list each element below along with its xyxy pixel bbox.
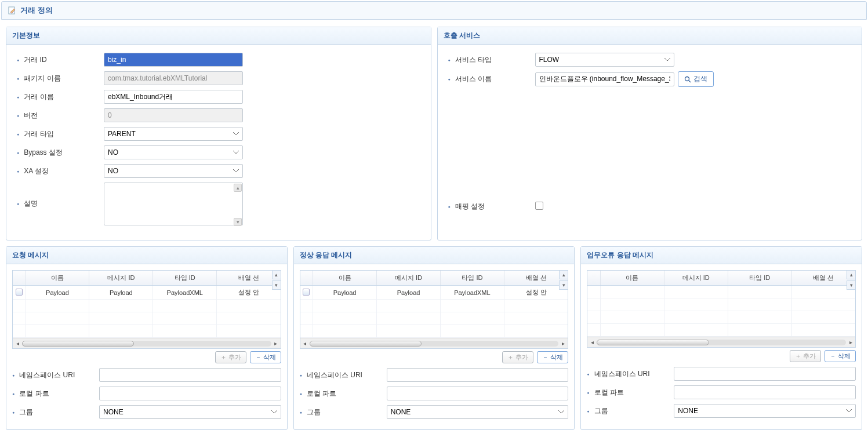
search-button[interactable]: 검색: [678, 71, 714, 87]
label-mapping: 매핑 설정: [448, 202, 535, 212]
hscrollbar[interactable]: ◂▸: [587, 337, 855, 347]
add-button[interactable]: ＋추가: [215, 351, 246, 363]
edit-icon: [8, 6, 17, 15]
label-package: 패키지 이름: [17, 74, 104, 83]
input-svc-name[interactable]: [535, 72, 674, 86]
label-xa: XA 설정: [17, 166, 104, 176]
plus-icon: ＋: [220, 353, 227, 362]
label-group: 그룹: [300, 407, 387, 417]
select-tx-type[interactable]: PARENT: [104, 127, 243, 141]
input-tx-id[interactable]: [104, 53, 243, 67]
label-ns-uri: 네임스페이스 URI: [12, 370, 99, 380]
table-row[interactable]: [587, 298, 855, 311]
col-name: 이름: [600, 271, 664, 286]
table-scroll-down[interactable]: ▾: [847, 280, 856, 290]
col-array: 배열 선: [791, 271, 855, 286]
table-scroll-up[interactable]: ▴: [847, 270, 856, 279]
panel-call-service: 호출 서비스 서비스 타입 FLOW 서비스 이름 검색 매핑 설정: [437, 27, 863, 240]
minus-icon: －: [255, 353, 262, 362]
table-row[interactable]: [300, 300, 568, 312]
table-row[interactable]: [587, 324, 855, 337]
add-button[interactable]: ＋추가: [790, 350, 821, 362]
select-bypass[interactable]: NO: [104, 145, 243, 159]
svg-point-1: [685, 76, 689, 81]
label-version: 버전: [17, 111, 104, 121]
row-icon: [16, 289, 23, 296]
page-title: 거래 정의: [20, 5, 53, 16]
panel-header-error: 업무오류 응답 메시지: [581, 247, 862, 264]
delete-button[interactable]: －삭제: [250, 351, 281, 363]
panel-error-resp: 업무오류 응답 메시지 ▴ ▾ 이름 메시지 ID 타입 ID 배열 선: [580, 246, 862, 430]
table-row[interactable]: [300, 325, 568, 338]
table-scroll-down[interactable]: ▾: [272, 280, 281, 290]
table-row[interactable]: [300, 312, 568, 325]
table-row[interactable]: Payload Payload PayloadXML 설정 안: [13, 286, 281, 300]
label-bypass: Bypass 설정: [17, 148, 104, 158]
input-ns-uri-norm[interactable]: [387, 368, 569, 382]
table-scroll-up[interactable]: ▴: [272, 270, 281, 279]
input-local-part-err[interactable]: [674, 385, 856, 399]
delete-button[interactable]: －삭제: [537, 351, 568, 363]
textarea-desc[interactable]: [104, 183, 243, 225]
table-row[interactable]: Payload Payload PayloadXML 설정 안: [300, 286, 568, 300]
table-error: 이름 메시지 ID 타입 ID 배열 선: [587, 271, 855, 337]
label-local-part: 로컬 파트: [300, 389, 387, 399]
minus-icon: －: [830, 352, 836, 360]
hscrollbar[interactable]: ◂▸: [13, 338, 281, 348]
table-scroll-up[interactable]: ▴: [559, 270, 568, 279]
col-type-id: 타입 ID: [153, 271, 217, 286]
table-row[interactable]: [13, 300, 281, 312]
select-group-norm[interactable]: NONE: [387, 405, 569, 419]
delete-button[interactable]: －삭제: [825, 350, 856, 362]
panel-header-normal: 정상 응답 메시지: [294, 247, 575, 264]
label-svc-name: 서비스 이름: [448, 74, 535, 84]
input-ns-uri-req[interactable]: [99, 368, 281, 382]
input-local-part-req[interactable]: [99, 387, 281, 400]
col-msg-id: 메시지 ID: [664, 271, 728, 286]
table-scroll-down[interactable]: ▾: [559, 280, 568, 290]
input-version: [104, 108, 243, 122]
label-tx-id: 거래 ID: [17, 55, 104, 65]
col-msg-id: 메시지 ID: [377, 271, 441, 286]
input-tx-name[interactable]: [104, 90, 243, 104]
checkbox-mapping[interactable]: [535, 202, 543, 210]
select-group-err[interactable]: NONE: [674, 404, 856, 418]
select-svc-type[interactable]: FLOW: [535, 53, 674, 67]
col-type-id: 타입 ID: [440, 271, 504, 286]
label-group: 그룹: [12, 407, 99, 417]
col-type-id: 타입 ID: [728, 271, 791, 286]
panel-basic-info: 기본정보 거래 ID 패키지 이름 거래 이름 버전 거래 타입 PARENT: [6, 27, 431, 240]
label-svc-type: 서비스 타입: [448, 55, 535, 65]
label-ns-uri: 네임스페이스 URI: [300, 370, 387, 380]
label-tx-name: 거래 이름: [17, 92, 104, 102]
table-row[interactable]: [13, 325, 281, 338]
input-ns-uri-err[interactable]: [674, 367, 856, 381]
plus-icon: ＋: [795, 352, 801, 360]
panel-header-request: 요청 메시지: [6, 247, 287, 264]
label-ns-uri: 네임스페이스 URI: [587, 369, 674, 379]
label-local-part: 로컬 파트: [12, 389, 99, 399]
table-row[interactable]: [13, 312, 281, 325]
panel-header-basic: 기본정보: [6, 27, 431, 45]
scroll-down-icon[interactable]: ▾: [234, 218, 242, 226]
scroll-up-icon[interactable]: ▴: [234, 184, 242, 192]
col-name: 이름: [26, 271, 89, 286]
table-request: 이름 메시지 ID 타입 ID 배열 선 Payload Payload Pay…: [13, 271, 281, 338]
col-array: 배열 선: [217, 271, 281, 286]
col-name: 이름: [313, 271, 377, 286]
input-local-part-norm[interactable]: [387, 387, 569, 400]
svg-line-2: [689, 81, 691, 82]
search-button-label: 검색: [693, 74, 707, 84]
col-msg-id: 메시지 ID: [89, 271, 153, 286]
panel-normal-resp: 정상 응답 메시지 ▴ ▾ 이름 메시지 ID 타입 ID 배열 선 Paylo…: [293, 246, 575, 430]
add-button[interactable]: ＋추가: [502, 351, 533, 363]
select-xa[interactable]: NO: [104, 164, 243, 178]
panel-request-msg: 요청 메시지 ▴ ▾ 이름 메시지 ID 타입 ID 배열 선 Payload …: [6, 246, 288, 430]
table-row[interactable]: [587, 286, 855, 298]
panel-header-service: 호출 서비스: [438, 27, 862, 45]
select-group-req[interactable]: NONE: [99, 405, 281, 419]
col-array: 배열 선: [504, 271, 568, 286]
table-row[interactable]: [587, 311, 855, 324]
row-icon: [303, 289, 310, 296]
hscrollbar[interactable]: ◂▸: [300, 338, 568, 348]
